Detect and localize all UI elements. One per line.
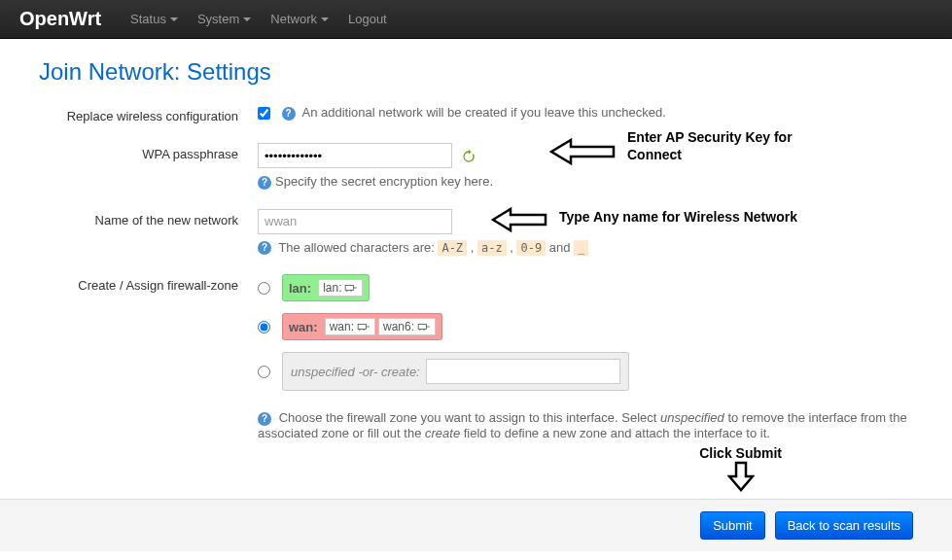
page-title: Join Network: Settings	[39, 58, 913, 86]
radio-unspec[interactable]	[258, 366, 270, 378]
zone-wan-row: wan: wan: wan6:	[258, 313, 913, 340]
submit-button[interactable]: Submit	[700, 511, 764, 540]
field-replace: Replace wireless configuration ? An addi…	[39, 105, 913, 123]
label-netname: Name of the new network	[39, 209, 258, 228]
field-firewall: Create / Assign firewall-zone lan: lan: …	[39, 274, 913, 440]
label-passphrase: WPA passphrase	[39, 143, 258, 161]
iface-wan: wan:	[325, 318, 375, 335]
zone-unspec[interactable]: unspecified -or- create:	[282, 352, 629, 391]
annotation-submit: Click Submit	[699, 445, 782, 461]
caret-icon	[243, 18, 251, 21]
radio-lan[interactable]	[258, 282, 270, 295]
arrow-down-icon	[727, 461, 755, 492]
svg-rect-1	[358, 325, 366, 330]
reveal-icon[interactable]	[462, 150, 476, 163]
zone-wan[interactable]: wan: wan: wan6:	[282, 313, 442, 340]
help-icon[interactable]: ?	[258, 176, 271, 190]
help-passphrase: Specify the secret encryption key here.	[275, 174, 493, 189]
brand: OpenWrt	[19, 8, 101, 30]
help-icon[interactable]: ?	[258, 241, 271, 255]
caret-icon	[321, 18, 329, 21]
annotation-submit-wrap: Click Submit	[699, 445, 782, 495]
footer-bar: Submit Back to scan results	[0, 499, 952, 551]
help-firewall: ? Choose the firewall zone you want to a…	[258, 410, 913, 440]
field-netname: Name of the new network Type Any name fo…	[39, 209, 913, 256]
checkbox-replace[interactable]	[258, 107, 270, 120]
help-icon[interactable]: ?	[258, 412, 271, 426]
radio-wan[interactable]	[258, 321, 270, 333]
annotation-passphrase: Enter AP Security Key for Connect	[627, 128, 822, 163]
iface-wan6: wan6:	[378, 318, 436, 335]
nav-logout[interactable]: Logout	[348, 12, 387, 26]
nav-network[interactable]: Network	[270, 12, 329, 26]
zone-lan-row: lan: lan:	[258, 274, 913, 301]
input-netname[interactable]	[258, 209, 452, 234]
input-passphrase[interactable]	[258, 143, 452, 168]
input-create-zone[interactable]	[426, 359, 620, 384]
svg-rect-2	[418, 325, 426, 330]
label-firewall: Create / Assign firewall-zone	[39, 274, 258, 293]
label-replace: Replace wireless configuration	[39, 105, 258, 123]
arrow-icon	[549, 138, 617, 168]
help-replace: An additional network will be created if…	[302, 105, 666, 120]
nav-status[interactable]: Status	[130, 12, 178, 26]
zone-lan[interactable]: lan: lan:	[282, 274, 370, 301]
help-icon[interactable]: ?	[282, 107, 296, 121]
back-button[interactable]: Back to scan results	[775, 511, 913, 540]
navbar: OpenWrt Status System Network Logout	[0, 0, 952, 39]
field-passphrase: WPA passphrase Enter AP Security Key for…	[39, 143, 913, 190]
annotation-netname: Type Any name for Wireless Network	[559, 209, 797, 225]
svg-rect-0	[346, 286, 354, 291]
nav-system[interactable]: System	[197, 12, 251, 26]
iface-lan: lan:	[318, 279, 363, 297]
caret-icon	[170, 18, 178, 21]
zone-unspec-row: unspecified -or- create:	[258, 352, 913, 391]
arrow-icon	[491, 207, 549, 235]
help-netname: ? The allowed characters are: A-Z , a-z …	[258, 240, 913, 256]
page-content: Join Network: Settings Replace wireless …	[0, 39, 952, 479]
